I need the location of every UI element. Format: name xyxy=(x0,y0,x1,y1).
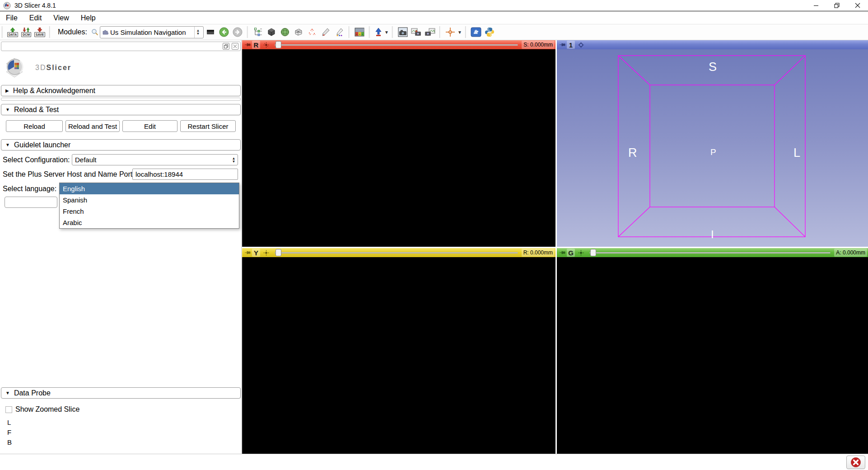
panel-close-icon[interactable] xyxy=(232,43,238,50)
language-option-english[interactable]: English xyxy=(60,183,239,194)
slice-visibility-icon[interactable] xyxy=(578,250,584,256)
menu-help[interactable]: Help xyxy=(75,12,102,24)
scene-view-capture-button[interactable] xyxy=(410,25,423,39)
reload-button[interactable]: Reload xyxy=(6,120,63,132)
dicom-button[interactable]: DCM xyxy=(19,25,33,39)
pin-icon[interactable] xyxy=(244,249,251,256)
app-icon xyxy=(3,2,11,9)
module-history-menu-button[interactable] xyxy=(204,25,217,39)
green-slice-letter[interactable]: G xyxy=(567,249,575,257)
annotations-module-button[interactable] xyxy=(305,25,319,39)
axis-label-superior: S xyxy=(709,60,717,74)
module-back-button[interactable] xyxy=(217,25,231,39)
module-combo-spinner[interactable]: ▲▼ xyxy=(194,27,201,38)
python-console-button[interactable] xyxy=(483,25,496,39)
restore-button[interactable] xyxy=(826,0,847,11)
show-zoomed-slice-checkbox[interactable] xyxy=(5,406,12,413)
pin-icon[interactable] xyxy=(244,42,251,48)
module-forward-button[interactable] xyxy=(231,25,244,39)
menu-view[interactable]: View xyxy=(47,12,75,24)
save-button[interactable]: SAVE xyxy=(33,25,47,39)
red-slice-offset-value: S: 0.000mm xyxy=(522,41,555,49)
module-puzzle-icon xyxy=(102,29,108,35)
save-label: SAVE xyxy=(34,32,46,37)
editor-module-button[interactable] xyxy=(332,25,346,39)
axis-label-inferior: I xyxy=(711,228,714,240)
module-selected-value: Us Simulation Navigation xyxy=(110,28,194,36)
guidelet-launcher-section[interactable]: ▼ Guidelet launcher xyxy=(1,139,241,150)
volume-rendering-button[interactable] xyxy=(278,25,292,39)
menu-edit[interactable]: Edit xyxy=(23,12,48,24)
red-slice-offset-slider[interactable] xyxy=(275,40,518,49)
slicer-logo: 3DSlicer xyxy=(3,54,71,82)
show-zoomed-slice-row: Show Zoomed Slice xyxy=(5,405,79,414)
collapsed-section-edge xyxy=(1,98,241,101)
language-option-french[interactable]: French xyxy=(60,206,239,217)
threed-viewport[interactable]: S R P L I xyxy=(557,49,868,247)
green-slice-viewport[interactable] xyxy=(557,257,868,454)
volumes-module-button[interactable] xyxy=(265,25,278,39)
markups-module-button[interactable] xyxy=(319,25,332,39)
orientation-cube: S R P L I xyxy=(557,49,868,247)
toolbar-separator xyxy=(49,26,51,38)
layout-selector-button[interactable] xyxy=(353,25,366,39)
threed-view-label[interactable]: 1 xyxy=(567,41,575,49)
toolbar-separator xyxy=(247,26,248,38)
select-configuration-label: Select Configuration: xyxy=(3,156,70,164)
plus-server-input[interactable]: localhost:18944 xyxy=(132,169,238,180)
slider-handle[interactable] xyxy=(275,249,281,256)
language-option-arabic[interactable]: Arabic xyxy=(60,217,239,228)
mouse-interaction-dropdown[interactable]: ▼ xyxy=(384,30,389,35)
help-acknowledgement-section[interactable]: ▶ Help & Acknowledgement xyxy=(1,85,241,96)
data-probe-section[interactable]: ▼ Data Probe xyxy=(1,387,241,399)
slider-handle[interactable] xyxy=(275,41,281,48)
slice-visibility-icon[interactable] xyxy=(263,250,269,256)
error-icon xyxy=(850,457,861,468)
yellow-slice-viewport[interactable] xyxy=(242,257,555,454)
yellow-slice-controller: Y R: 0.000mm xyxy=(242,248,555,257)
crosshair-button[interactable] xyxy=(443,25,457,39)
slice-visibility-icon[interactable] xyxy=(263,42,269,48)
reload-and-test-button[interactable]: Reload and Test xyxy=(65,120,120,132)
models-module-button[interactable] xyxy=(292,25,305,39)
screenshot-button[interactable] xyxy=(396,25,410,39)
view-center-icon[interactable] xyxy=(578,42,584,48)
subject-hierarchy-button[interactable] xyxy=(251,25,265,39)
toolbar-separator xyxy=(439,26,441,38)
module-search-icon[interactable] xyxy=(90,25,100,39)
module-selector-combobox[interactable]: Us Simulation Navigation ▲▼ xyxy=(100,26,204,38)
language-option-spanish[interactable]: Spanish xyxy=(60,194,239,206)
yellow-slice-letter[interactable]: Y xyxy=(252,249,260,257)
restart-slicer-button[interactable]: Restart Slicer xyxy=(180,120,236,132)
reload-test-section[interactable]: ▼ Reload & Test xyxy=(1,104,241,115)
red-slice-viewport[interactable] xyxy=(242,49,555,247)
configuration-combobox[interactable]: Default ▲▼ xyxy=(72,154,238,165)
minimize-button[interactable] xyxy=(806,0,826,11)
probe-layer-l: L xyxy=(7,418,11,426)
menu-file[interactable]: File xyxy=(0,12,23,24)
mouse-interaction-button[interactable] xyxy=(373,25,384,39)
close-button[interactable] xyxy=(847,0,868,11)
crosshair-dropdown[interactable]: ▼ xyxy=(457,30,462,35)
plus-server-label: Set the Plus Server Host and Name Port: xyxy=(3,170,135,179)
status-bar xyxy=(0,454,868,470)
language-dropdown-list: English Spanish French Arabic xyxy=(59,183,239,229)
green-slice-offset-value: A: 0.000mm xyxy=(834,249,867,257)
red-slice-letter[interactable]: R xyxy=(252,41,260,49)
pin-icon[interactable] xyxy=(559,249,565,256)
extensions-manager-button[interactable] xyxy=(469,25,483,39)
collapse-arrow-icon: ▼ xyxy=(5,390,10,395)
load-data-button[interactable]: DATA xyxy=(6,25,19,39)
panel-undock-icon[interactable] xyxy=(223,43,229,50)
slicer-logo-text: 3DSlicer xyxy=(35,64,71,72)
axis-label-right: R xyxy=(628,146,637,160)
collapse-arrow-icon: ▼ xyxy=(5,107,10,112)
slider-handle[interactable] xyxy=(590,249,596,256)
edit-button[interactable]: Edit xyxy=(122,120,177,132)
green-slice-offset-slider[interactable] xyxy=(589,248,831,257)
error-log-button[interactable] xyxy=(846,456,865,469)
pin-icon[interactable] xyxy=(559,42,565,48)
yellow-slice-offset-slider[interactable] xyxy=(275,248,518,257)
scene-view-restore-button[interactable] xyxy=(423,25,437,39)
language-combobox-collapsed[interactable] xyxy=(5,197,57,208)
